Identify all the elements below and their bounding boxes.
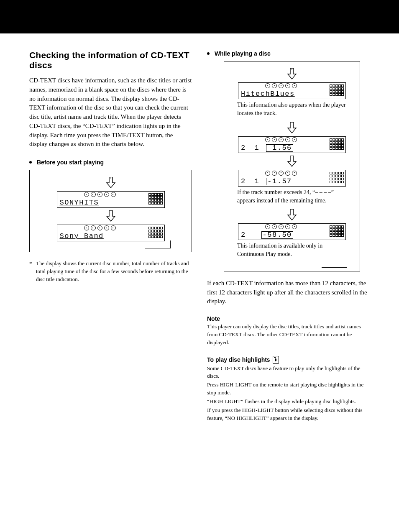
- note-body: This player can only display the disc ti…: [207, 323, 370, 347]
- lcd-artist-text: Sony Band: [60, 232, 104, 240]
- calendar-grid-icon: [330, 84, 344, 96]
- down-arrow-icon: [106, 177, 116, 189]
- lcd-artist: Sony Band: [57, 225, 165, 241]
- disc-indicators-icon: [265, 83, 297, 88]
- lcd-disc-remaining: 2 -58.50: [238, 223, 346, 240]
- note-heading: Note: [207, 315, 370, 322]
- while-playing-label: While playing a disc: [215, 50, 271, 57]
- down-arrow-icon: [106, 210, 116, 222]
- highlights-heading-text: To play disc highlights: [207, 356, 270, 363]
- page-content: Checking the information of CD-TEXT disc…: [0, 33, 399, 453]
- lcd-remain-track: 1: [254, 177, 261, 185]
- highlights-heading: To play disc highlights: [207, 356, 370, 364]
- disc-indicators-icon: [84, 192, 116, 197]
- lcd-track-title: HitechBlues: [238, 82, 346, 99]
- section-heading: Checking the information of CD-TEXT disc…: [29, 50, 192, 70]
- bullet-icon: [207, 52, 210, 55]
- intro-paragraph: CD-TEXT discs have information, such as …: [29, 76, 192, 149]
- lcd-disc-title: SONYHITS: [57, 191, 165, 208]
- right-column: While playing a disc HitechBlues This in…: [207, 50, 370, 428]
- lcd-remain-disc: 2: [241, 177, 248, 185]
- down-arrow-icon: [287, 156, 297, 167]
- caption-exceeds-24: If the track number exceeds 24, “– – – –…: [237, 188, 347, 205]
- before-playing-heading: Before you start playing: [29, 159, 192, 166]
- disc-indicators-icon: [265, 137, 297, 142]
- caption-continuous: This information is available only in Co…: [237, 242, 347, 259]
- calendar-grid-icon: [330, 138, 344, 150]
- callout-line: [145, 240, 171, 248]
- footnote-text: The display shows the current disc numbe…: [36, 260, 192, 284]
- bullet-icon: [29, 161, 32, 164]
- calendar-grid-icon: [330, 172, 344, 183]
- lcd-disc-remain-disc: 2: [241, 231, 248, 239]
- highlights-p3: “HIGH LIGHT” flashes in the display whil…: [207, 398, 370, 406]
- highlights-p4: If you press the HIGH-LIGHT button while…: [207, 407, 370, 422]
- lcd-elapsed-time: 2 1 1.56: [238, 136, 346, 153]
- left-column: Checking the information of CD-TEXT disc…: [29, 50, 192, 428]
- down-arrow-icon: [287, 122, 297, 134]
- disc-indicators-icon: [84, 225, 116, 230]
- lcd-elapsed-time-value: 1.56: [266, 144, 293, 152]
- lcd-elapsed-disc: 2: [241, 144, 248, 152]
- lcd-track-title-text: HitechBlues: [241, 90, 295, 98]
- lcd-remaining-time: 2 1 -1.57: [238, 170, 346, 187]
- lcd-remain-time-value: -1.57: [266, 178, 293, 185]
- while-playing-diagram: HitechBlues This information also appear…: [224, 61, 360, 271]
- calendar-grid-icon: [148, 227, 163, 238]
- before-playing-label: Before you start playing: [37, 159, 104, 166]
- down-arrow-icon: [287, 209, 297, 221]
- footnote-marker: *: [29, 260, 36, 284]
- lcd-disc-title-text: SONYHITS: [60, 199, 99, 207]
- highlights-p1: Some CD-TEXT discs have a feature to pla…: [207, 365, 370, 381]
- disc-indicators-icon: [265, 224, 297, 229]
- top-black-bar: [0, 0, 399, 33]
- footnote: * The display shows the current disc num…: [29, 260, 192, 284]
- calendar-grid-icon: [330, 225, 344, 237]
- lcd-disc-remain-time: -58.50: [261, 231, 293, 239]
- while-playing-heading: While playing a disc: [207, 50, 370, 57]
- calendar-grid-icon: [148, 193, 163, 205]
- remote-control-icon: [273, 356, 279, 364]
- scroll-paragraph: If each CD-TEXT information has more tha…: [207, 279, 370, 306]
- disc-indicators-icon: [265, 171, 297, 176]
- caption-track-appears: This information also appears when the p…: [237, 101, 347, 118]
- lcd-elapsed-track: 1: [254, 144, 261, 152]
- before-playing-diagram: SONYHITS Sony Band: [29, 170, 192, 252]
- down-arrow-icon: [287, 68, 297, 80]
- highlights-p2: Press HIGH-LIGHT on the remote to start …: [207, 381, 370, 397]
- callout-line: [322, 260, 347, 268]
